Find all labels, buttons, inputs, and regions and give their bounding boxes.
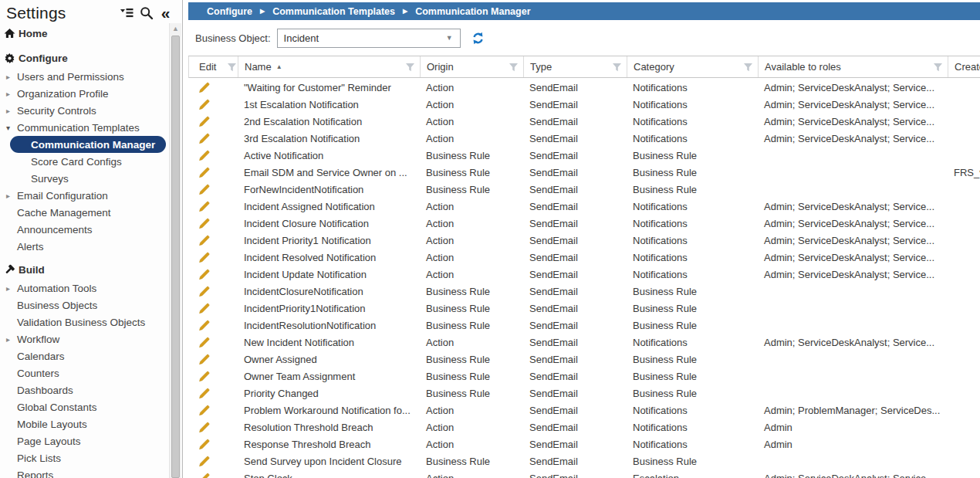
sidebar-item-counters[interactable]: Counters bbox=[0, 364, 169, 381]
edit-pencil-icon[interactable] bbox=[198, 269, 210, 280]
table-row[interactable]: Incident Priority1 Notification Action S… bbox=[188, 232, 980, 249]
sidebar-item-workflow[interactable]: ▸ Workflow bbox=[0, 331, 169, 347]
sidebar-item-validation-business-objects[interactable]: Validation Business Objects bbox=[0, 314, 169, 331]
edit-pencil-icon[interactable] bbox=[198, 133, 210, 144]
business-object-select[interactable]: Incident ▼ bbox=[277, 29, 461, 48]
breadcrumb-communication-manager[interactable]: Communication Manager bbox=[415, 6, 530, 17]
filter-funnel-icon[interactable] bbox=[400, 63, 415, 72]
table-row[interactable]: 3rd Escalation Notification Action SendE… bbox=[188, 130, 980, 147]
table-row[interactable]: Incident Assigned Notification Action Se… bbox=[188, 198, 980, 215]
sidebar-item-score-card-configs[interactable]: Score Card Configs bbox=[0, 153, 169, 170]
sidebar-item-reports[interactable]: Reports bbox=[0, 466, 169, 478]
edit-pencil-icon[interactable] bbox=[198, 405, 210, 416]
sidebar-item-business-objects[interactable]: Business Objects bbox=[0, 297, 169, 314]
edit-pencil-icon[interactable] bbox=[198, 337, 210, 348]
edit-pencil-icon[interactable] bbox=[198, 303, 210, 314]
table-row[interactable]: Priority Changed Business Rule SendEmail… bbox=[188, 385, 980, 402]
sidebar-item-security-controls[interactable]: ▸ Security Controls bbox=[0, 102, 169, 119]
edit-pencil-icon[interactable] bbox=[198, 252, 210, 263]
edit-pencil-icon[interactable] bbox=[198, 218, 210, 229]
edit-pencil-icon[interactable] bbox=[198, 201, 210, 212]
table-row[interactable]: Response Threshold Breach Action SendEma… bbox=[188, 436, 980, 453]
edit-pencil-icon[interactable] bbox=[198, 82, 210, 93]
edit-pencil-icon[interactable] bbox=[198, 371, 210, 382]
breadcrumb-communication-templates[interactable]: Communication Templates bbox=[272, 6, 395, 17]
column-header-name[interactable]: Name ▲ bbox=[238, 56, 421, 77]
search-icon[interactable] bbox=[139, 5, 154, 20]
expand-arrow-icon[interactable]: ▸ bbox=[6, 107, 17, 115]
expand-arrow-icon[interactable]: ▸ bbox=[6, 73, 17, 81]
sidebar-item-configure[interactable]: Configure bbox=[0, 48, 169, 68]
sidebar-item-users-and-permissions[interactable]: ▸ Users and Permissions bbox=[0, 68, 169, 85]
edit-pencil-icon[interactable] bbox=[198, 150, 210, 161]
sidebar-item-mobile-layouts[interactable]: Mobile Layouts bbox=[0, 415, 169, 432]
edit-pencil-icon[interactable] bbox=[198, 116, 210, 127]
filter-funnel-icon[interactable] bbox=[504, 63, 519, 72]
sidebar-item-cache-management[interactable]: Cache Management bbox=[0, 204, 169, 221]
expand-arrow-icon[interactable]: ▸ bbox=[6, 335, 17, 344]
scroll-up-arrow-icon[interactable]: ▲ bbox=[170, 25, 181, 32]
table-row[interactable]: Incident Resolved Notification Action Se… bbox=[188, 249, 980, 266]
column-header-type[interactable]: Type bbox=[524, 56, 627, 77]
sidebar-item-communication-templates[interactable]: ▾ Communication Templates bbox=[0, 119, 169, 136]
sidebar-item-page-layouts[interactable]: Page Layouts bbox=[0, 432, 169, 449]
table-row[interactable]: 2nd Escalation Notification Action SendE… bbox=[188, 113, 980, 130]
table-row[interactable]: Email SDM and Service Owner on ... Busin… bbox=[188, 164, 980, 181]
refresh-button[interactable] bbox=[471, 30, 486, 46]
table-row[interactable]: Stop Clock Action SendEmail Escalation A… bbox=[188, 470, 980, 478]
expand-arrow-icon[interactable]: ▸ bbox=[6, 192, 17, 200]
table-row[interactable]: Owner Team Assignment Business Rule Send… bbox=[188, 368, 980, 385]
filter-funnel-icon[interactable] bbox=[928, 63, 943, 72]
column-header-edit[interactable]: Edit bbox=[189, 56, 238, 77]
edit-pencil-icon[interactable] bbox=[198, 388, 210, 399]
sidebar-item-email-configuration[interactable]: ▸ Email Configuration bbox=[0, 187, 169, 204]
edit-pencil-icon[interactable] bbox=[198, 439, 210, 450]
edit-pencil-icon[interactable] bbox=[198, 235, 210, 246]
sidebar-item-organization-profile[interactable]: ▸ Organization Profile bbox=[0, 85, 169, 102]
edit-pencil-icon[interactable] bbox=[198, 99, 210, 110]
sidebar-item-communication-manager[interactable]: Communication Manager bbox=[10, 136, 166, 153]
table-row[interactable]: Active Notification Business Rule SendEm… bbox=[188, 147, 980, 164]
table-row[interactable]: Problem Workaround Notification fo... Ac… bbox=[188, 402, 980, 419]
table-row[interactable]: Incident Closure Notification Action Sen… bbox=[188, 215, 980, 232]
sidebar-item-global-constants[interactable]: Global Constants bbox=[0, 398, 169, 415]
edit-pencil-icon[interactable] bbox=[198, 456, 210, 467]
table-row[interactable]: IncidentClosureNotification Business Rul… bbox=[188, 283, 980, 300]
column-header-create[interactable]: Create bbox=[948, 56, 980, 77]
table-row[interactable]: New Incident Notification Action SendEma… bbox=[188, 334, 980, 351]
sidebar-item-alerts[interactable]: Alerts bbox=[0, 238, 169, 255]
edit-pencil-icon[interactable] bbox=[198, 354, 210, 365]
edit-pencil-icon[interactable] bbox=[198, 473, 210, 478]
column-header-origin[interactable]: Origin bbox=[421, 56, 524, 77]
column-header-available-to-roles[interactable]: Available to roles bbox=[759, 56, 948, 77]
sidebar-item-announcements[interactable]: Announcements bbox=[0, 221, 169, 238]
table-row[interactable]: Send Survey upon Incident Closure Busine… bbox=[188, 453, 980, 470]
edit-pencil-icon[interactable] bbox=[198, 184, 210, 195]
filter-funnel-icon[interactable] bbox=[607, 63, 622, 72]
sidebar-item-home[interactable]: Home bbox=[0, 23, 169, 43]
table-row[interactable]: IncidentResolutionNotification Business … bbox=[188, 317, 980, 334]
breadcrumb-configure[interactable]: Configure bbox=[207, 6, 252, 17]
sidebar-scrollbar[interactable]: ▲ bbox=[169, 23, 181, 478]
sidebar-item-pick-lists[interactable]: Pick Lists bbox=[0, 449, 169, 466]
table-row[interactable]: Owner Assigned Business Rule SendEmail B… bbox=[188, 351, 980, 368]
expand-arrow-icon[interactable]: ▸ bbox=[6, 284, 17, 293]
collapse-sidebar-icon[interactable]: « bbox=[158, 5, 173, 20]
filter-funnel-icon[interactable] bbox=[738, 63, 753, 72]
sidebar-item-surveys[interactable]: Surveys bbox=[0, 170, 169, 187]
edit-pencil-icon[interactable] bbox=[198, 286, 210, 297]
table-row[interactable]: ForNewIncidentNotification Business Rule… bbox=[188, 181, 980, 198]
edit-pencil-icon[interactable] bbox=[198, 167, 210, 178]
edit-pencil-icon[interactable] bbox=[198, 422, 210, 433]
sidebar-item-calendars[interactable]: Calendars bbox=[0, 347, 169, 364]
sidebar-item-automation-tools[interactable]: ▸ Automation Tools bbox=[0, 280, 169, 297]
column-header-category[interactable]: Category bbox=[627, 56, 759, 77]
collapse-tree-icon[interactable] bbox=[120, 5, 134, 20]
sidebar-item-dashboards[interactable]: Dashboards bbox=[0, 381, 169, 398]
edit-pencil-icon[interactable] bbox=[198, 320, 210, 331]
table-row[interactable]: 1st Escalation Notification Action SendE… bbox=[188, 96, 980, 113]
filter-funnel-icon[interactable] bbox=[222, 63, 237, 72]
table-row[interactable]: "Waiting for Customer" Reminder Action S… bbox=[188, 79, 980, 96]
collapse-arrow-icon[interactable]: ▾ bbox=[6, 124, 17, 132]
table-row[interactable]: Resolution Threshold Breach Action SendE… bbox=[188, 419, 980, 436]
